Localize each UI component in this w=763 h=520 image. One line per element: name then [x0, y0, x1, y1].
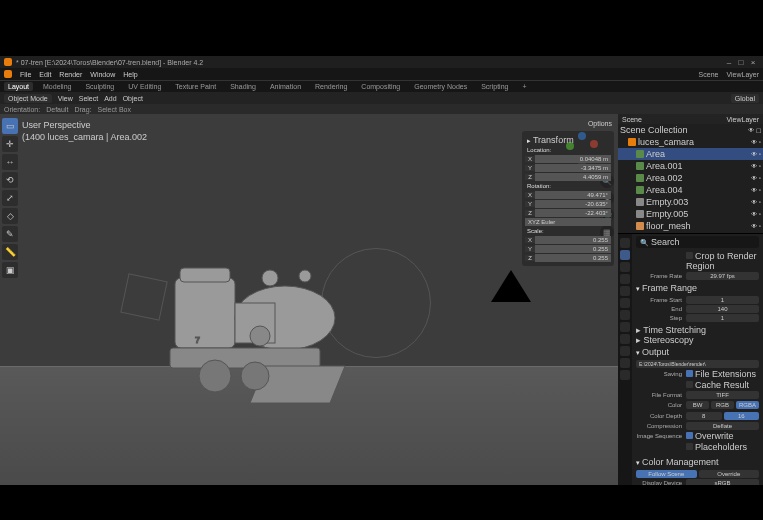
rot-z[interactable]: -22.403°	[535, 209, 611, 217]
prop-tab-scene[interactable]	[620, 274, 630, 284]
render-visibility-icon[interactable]: ▫	[759, 223, 761, 229]
color-rgb[interactable]: RGB	[711, 401, 734, 409]
prop-tab-data[interactable]	[620, 358, 630, 368]
tool-scale[interactable]: ⤢	[2, 190, 18, 206]
compression-field[interactable]: Deflate	[686, 422, 759, 430]
render-visibility-icon[interactable]: ▫	[759, 175, 761, 181]
stereo-header[interactable]: ▸ Stereoscopy	[636, 335, 759, 345]
header-select[interactable]: Select	[79, 95, 98, 102]
mode-selector[interactable]: Object Mode	[4, 94, 52, 103]
render-visibility-icon[interactable]: ▫	[759, 151, 761, 157]
tab-texture[interactable]: Texture Paint	[171, 82, 220, 91]
maximize-button[interactable]: □	[735, 57, 747, 67]
viewlayer-selector[interactable]: ViewLayer	[726, 71, 759, 78]
framerange-header[interactable]: ▾ Frame Range	[636, 281, 759, 295]
prop-tab-physics[interactable]	[620, 334, 630, 344]
menu-edit[interactable]: Edit	[39, 71, 51, 78]
menu-window[interactable]: Window	[90, 71, 115, 78]
framerate-field[interactable]: 29.97 fps	[686, 272, 759, 280]
visibility-icon[interactable]: 👁	[751, 223, 757, 229]
outliner-item[interactable]: floor_mesh👁▫	[618, 220, 763, 232]
tool-transform[interactable]: ◇	[2, 208, 18, 224]
file-ext-checkbox[interactable]	[686, 370, 693, 377]
cache-result-checkbox[interactable]	[686, 381, 693, 388]
overwrite-checkbox[interactable]	[686, 432, 693, 439]
prop-tab-modifiers[interactable]	[620, 310, 630, 320]
visibility-icon[interactable]: 👁	[751, 151, 757, 157]
depth-8[interactable]: 8	[686, 412, 722, 420]
visibility-icon[interactable]: 👁	[751, 163, 757, 169]
placeholders-checkbox[interactable]	[686, 443, 693, 450]
tool-addcube[interactable]: ▣	[2, 262, 18, 278]
cm-override[interactable]: Override	[699, 470, 760, 478]
display-device[interactable]: sRGB	[686, 479, 759, 485]
outliner-item[interactable]: Area.004👁▫	[618, 184, 763, 196]
prop-tab-output[interactable]	[620, 250, 630, 260]
options-dropdown[interactable]: Options	[518, 118, 618, 129]
transform-header[interactable]: ▸ Transform	[525, 134, 611, 146]
render-visibility-icon[interactable]: ▫	[759, 139, 761, 145]
visibility-icon[interactable]: 👁	[751, 139, 757, 145]
tab-modeling[interactable]: Modeling	[39, 82, 75, 91]
tab-compositing[interactable]: Compositing	[357, 82, 404, 91]
frame-step[interactable]: 1	[686, 314, 759, 322]
orientation-value[interactable]: Default	[46, 106, 68, 113]
scale-y[interactable]: 0.255	[535, 245, 611, 253]
properties-search[interactable]: 🔍 Search	[636, 236, 759, 248]
visibility-icon[interactable]: 👁	[751, 211, 757, 217]
depth-16[interactable]: 16	[724, 412, 760, 420]
minimize-button[interactable]: –	[723, 57, 735, 67]
drag-value[interactable]: Select Box	[98, 106, 131, 113]
tab-uv[interactable]: UV Editing	[124, 82, 165, 91]
prop-tab-constraints[interactable]	[620, 346, 630, 356]
rot-x[interactable]: 49.471°	[535, 191, 611, 199]
tab-rendering[interactable]: Rendering	[311, 82, 351, 91]
outliner-item[interactable]: Area.002👁▫	[618, 172, 763, 184]
timestretch-header[interactable]: ▸ Time Stretching	[636, 325, 759, 335]
outliner-item[interactable]: Area.001👁▫	[618, 160, 763, 172]
tool-annotate[interactable]: ✎	[2, 226, 18, 242]
prop-tab-particles[interactable]	[620, 322, 630, 332]
visibility-icon[interactable]: 👁	[751, 187, 757, 193]
rotation-mode[interactable]: XYZ Euler	[525, 218, 611, 226]
loc-x[interactable]: 0.04048 m	[535, 155, 611, 163]
render-visibility-icon[interactable]: ▫	[759, 199, 761, 205]
color-rgba[interactable]: RGBA	[736, 401, 759, 409]
render-visibility-icon[interactable]: ▫	[759, 211, 761, 217]
tab-shading[interactable]: Shading	[226, 82, 260, 91]
outliner[interactable]: Scene Collection 👁☐ luces_camara👁▫Area👁▫…	[618, 124, 763, 234]
orientation-selector[interactable]: Global	[731, 94, 759, 103]
color-bw[interactable]: BW	[686, 401, 709, 409]
tab-add[interactable]: +	[518, 82, 530, 91]
fileformat-field[interactable]: TIFF	[686, 391, 759, 399]
close-button[interactable]: ×	[747, 57, 759, 67]
outliner-item[interactable]: Area👁▫	[618, 148, 763, 160]
cm-follow[interactable]: Follow Scene	[636, 470, 697, 478]
output-path[interactable]: E:\2024\Toros\Blender\render\	[636, 360, 759, 368]
visibility-icon[interactable]: 👁	[751, 175, 757, 181]
loc-y[interactable]: -3.3475 m	[535, 164, 611, 172]
frame-end[interactable]: 140	[686, 305, 759, 313]
prop-tab-material[interactable]	[620, 370, 630, 380]
outliner-item[interactable]: luces_camara👁▫	[618, 136, 763, 148]
3d-viewport[interactable]: 7 User Perspective (1400 luces_camara | …	[0, 114, 618, 485]
tab-sculpting[interactable]: Sculpting	[81, 82, 118, 91]
frame-start[interactable]: 1	[686, 296, 759, 304]
prop-tab-object[interactable]	[620, 298, 630, 308]
tool-cursor[interactable]: ✛	[2, 136, 18, 152]
outliner-scene-label[interactable]: Scene	[622, 116, 642, 123]
tool-move[interactable]: ↔	[2, 154, 18, 170]
output-header[interactable]: ▾ Output	[636, 345, 759, 359]
tool-rotate[interactable]: ⟲	[2, 172, 18, 188]
tool-select-box[interactable]: ▭	[2, 118, 18, 134]
outliner-item[interactable]: Empty.003👁▫	[618, 196, 763, 208]
visibility-icon[interactable]: 👁	[751, 199, 757, 205]
colormgmt-header[interactable]: ▾ Color Management	[636, 455, 759, 469]
tab-geonodes[interactable]: Geometry Nodes	[410, 82, 471, 91]
scale-z[interactable]: 0.255	[535, 254, 611, 262]
header-view[interactable]: View	[58, 95, 73, 102]
rot-y[interactable]: -20.635°	[535, 200, 611, 208]
outliner-root[interactable]: Scene Collection 👁☐	[618, 124, 763, 136]
menu-render[interactable]: Render	[59, 71, 82, 78]
outliner-item[interactable]: Empty.005👁▫	[618, 208, 763, 220]
